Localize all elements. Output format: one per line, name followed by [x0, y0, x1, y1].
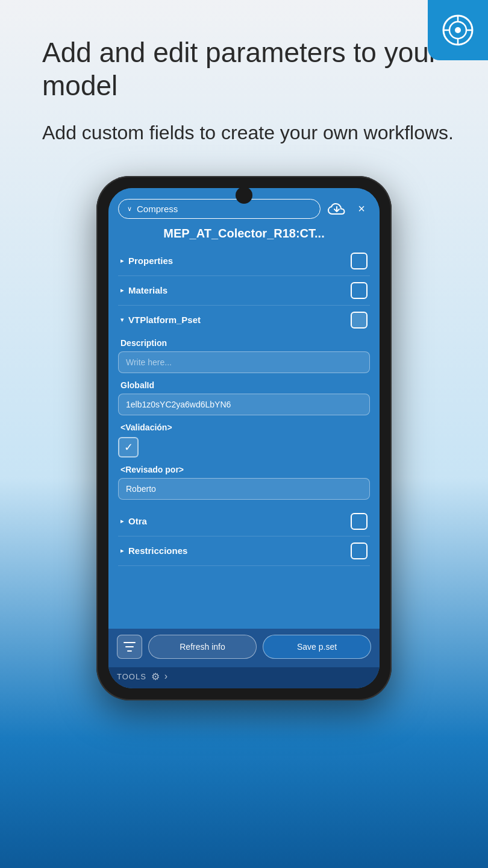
globalid-field-group: GlobalId 1elb1z0sYC2ya6wd6LbYN6: [118, 377, 370, 419]
materials-checkbox[interactable]: [351, 282, 368, 299]
section-properties-label: ▸ Properties: [120, 256, 173, 266]
bullet-icon: ▸: [120, 257, 124, 264]
revisado-input[interactable]: Roberto: [118, 478, 370, 500]
section-restricciones[interactable]: ▸ Restricciones: [118, 536, 370, 566]
section-materials[interactable]: ▸ Materials: [118, 276, 370, 306]
description-label: Description: [118, 338, 370, 348]
pset-label-text: VTPlatform_Pset: [128, 315, 201, 325]
logo-corner: [428, 0, 488, 60]
section-materials-label: ▸ Materials: [120, 285, 167, 295]
bullet-icon: ▸: [120, 287, 124, 294]
bullet-open-icon: ▾: [120, 316, 124, 323]
tools-arrow-icon: ›: [164, 671, 167, 682]
filter-button[interactable]: [117, 635, 142, 659]
validacion-checkbox[interactable]: ✓: [118, 437, 139, 458]
filter-icon: [123, 640, 136, 653]
model-title: MEP_AT_Colector_R18:CT...: [108, 227, 380, 247]
properties-checkbox[interactable]: [351, 253, 368, 269]
compress-dropdown[interactable]: ∨ Compress: [118, 199, 321, 219]
pset-label: ▾ VTPlatform_Pset: [120, 315, 201, 325]
section-restricciones-label: ▸ Restricciones: [120, 546, 187, 556]
cloud-upload-icon[interactable]: [327, 199, 347, 219]
section-label-text: Properties: [128, 256, 173, 266]
bullet-icon: ▸: [120, 518, 124, 524]
revisado-field-group: <Revisado por> Roberto: [118, 461, 370, 503]
save-pset-button[interactable]: Save p.set: [263, 635, 371, 659]
pset-header[interactable]: ▾ VTPlatform_Pset: [118, 306, 370, 335]
properties-list: ▸ Properties ▸ Materials: [108, 247, 380, 629]
otra-checkbox[interactable]: [351, 513, 368, 530]
section-properties[interactable]: ▸ Properties: [118, 247, 370, 276]
validacion-label: <Validación>: [118, 423, 370, 432]
bullet-icon: ▸: [120, 547, 124, 554]
vt-logo-icon: [440, 12, 476, 48]
globalid-input[interactable]: 1elb1z0sYC2ya6wd6LbYN6: [118, 394, 370, 415]
phone-notch: [236, 187, 252, 204]
tools-row: TOOLS ⚙ ›: [108, 667, 380, 688]
otra-label-text: Otra: [128, 516, 147, 526]
page-title: Add and edit parameters to your model: [42, 36, 458, 102]
tools-icon: ⚙: [151, 671, 160, 682]
restricciones-checkbox[interactable]: [351, 542, 368, 559]
revisado-label: <Revisado por>: [118, 465, 370, 474]
chevron-down-icon: ∨: [127, 205, 132, 213]
bottom-toolbar: Refresh info Save p.set: [108, 629, 380, 667]
main-text-area: Add and edit parameters to your model Ad…: [0, 0, 488, 146]
close-icon[interactable]: ×: [353, 201, 370, 218]
close-label: ×: [358, 202, 365, 216]
phone-frame: ∨ Compress × MEP_AT_Colector_R18:CT...: [96, 176, 392, 700]
svg-point-2: [455, 27, 461, 33]
validacion-field-group: <Validación> ✓: [118, 419, 370, 461]
description-input[interactable]: Write here...: [118, 351, 370, 373]
restricciones-label-text: Restricciones: [128, 546, 187, 556]
compress-label: Compress: [137, 204, 178, 214]
globalid-label: GlobalId: [118, 380, 370, 390]
refresh-button[interactable]: Refresh info: [148, 635, 257, 659]
section-label-text: Materials: [128, 285, 167, 295]
section-vtplatform-pset: ▾ VTPlatform_Pset Description Write here…: [118, 306, 370, 507]
page-subtitle: Add custom fields to create your own wor…: [42, 121, 458, 146]
tools-label: TOOLS: [117, 672, 146, 681]
phone-wrapper: ∨ Compress × MEP_AT_Colector_R18:CT...: [0, 176, 488, 700]
description-field-group: Description Write here...: [118, 335, 370, 377]
section-otra[interactable]: ▸ Otra: [118, 507, 370, 536]
phone-screen: ∨ Compress × MEP_AT_Colector_R18:CT...: [108, 188, 380, 688]
pset-checkbox[interactable]: [351, 312, 368, 329]
section-otra-label: ▸ Otra: [120, 516, 147, 526]
